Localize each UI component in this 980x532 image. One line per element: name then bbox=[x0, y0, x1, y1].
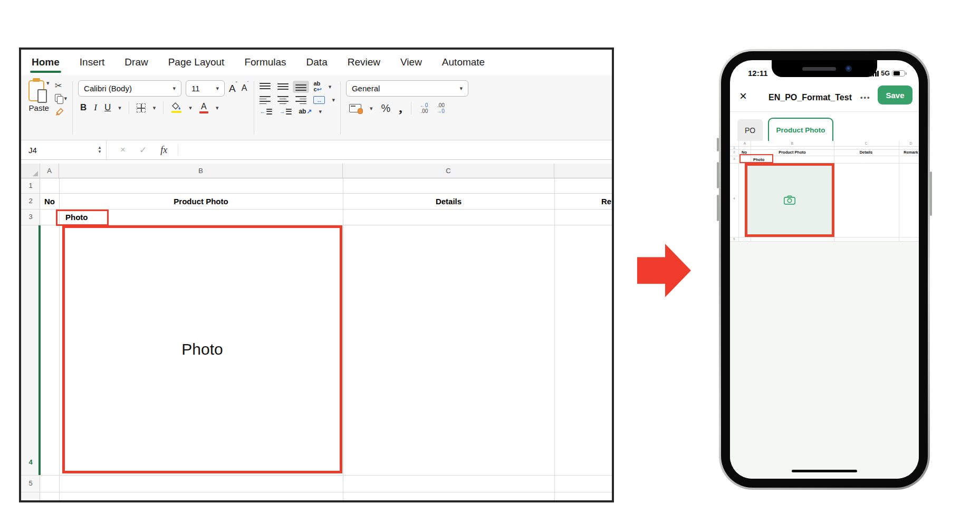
ribbon-tab-draw[interactable]: Draw bbox=[124, 56, 148, 68]
mini-row-4[interactable]: 4 bbox=[730, 197, 738, 200]
mini-row-1[interactable]: 1 bbox=[730, 146, 738, 149]
chevron-down-icon[interactable]: ▾ bbox=[118, 105, 121, 111]
mini-photo-cell-highlight-box[interactable] bbox=[745, 163, 834, 237]
camera-icon[interactable] bbox=[783, 195, 796, 205]
italic-button[interactable]: I bbox=[94, 102, 97, 113]
mini-cell-d2[interactable]: Remark bbox=[904, 150, 918, 155]
name-box[interactable]: J4 ▲ ▼ bbox=[21, 140, 107, 159]
cell-c2[interactable]: Details bbox=[343, 197, 554, 206]
accounting-format-icon[interactable] bbox=[349, 104, 361, 112]
chevron-down-icon[interactable]: ▾ bbox=[64, 96, 68, 101]
ribbon-tab-view[interactable]: View bbox=[400, 56, 422, 68]
decrease-font-size-button[interactable]: Aˇ bbox=[242, 84, 249, 92]
group-divider bbox=[72, 81, 73, 135]
row-header-2[interactable]: 2 bbox=[21, 197, 40, 205]
cell-b2[interactable]: Product Photo bbox=[59, 197, 343, 206]
chevron-down-icon[interactable]: ▾ bbox=[153, 105, 156, 111]
align-top-icon[interactable] bbox=[260, 83, 271, 91]
name-box-spinner[interactable]: ▲ ▼ bbox=[98, 146, 102, 154]
copy-icon[interactable] bbox=[55, 94, 63, 103]
ribbon-tab-insert[interactable]: Insert bbox=[80, 56, 105, 68]
alignment-group: ab c↩ ▾ ↔ ▾ ← → bbox=[260, 79, 335, 137]
borders-icon[interactable] bbox=[137, 103, 146, 112]
cut-icon[interactable]: ✂ bbox=[55, 81, 68, 90]
spinner-down-icon[interactable]: ▼ bbox=[98, 150, 102, 154]
align-bottom-selected[interactable] bbox=[293, 81, 309, 93]
underline-button[interactable]: U bbox=[104, 102, 111, 113]
cell-d2-clipped[interactable]: Re bbox=[601, 197, 611, 206]
mini-column-header-d[interactable]: D bbox=[910, 141, 912, 146]
divider bbox=[129, 101, 129, 114]
chevron-down-icon[interactable]: ▾ bbox=[329, 84, 332, 90]
text-orientation-icon[interactable]: ab↗ bbox=[299, 108, 312, 115]
select-all-corner[interactable] bbox=[21, 164, 40, 178]
confirm-icon[interactable]: ✓ bbox=[139, 145, 147, 156]
column-header-d-clipped[interactable] bbox=[554, 164, 612, 178]
ribbon-tab-bar: Home Insert Draw Page Layout Formulas Da… bbox=[21, 50, 612, 75]
mini-row-5[interactable]: 5 bbox=[730, 238, 738, 241]
increase-decimal-icon[interactable]: ←0.00 bbox=[420, 102, 428, 115]
bold-button[interactable]: B bbox=[80, 102, 87, 113]
ribbon-tab-home[interactable]: Home bbox=[32, 56, 60, 68]
paste-button[interactable]: ▾ Paste bbox=[28, 80, 50, 112]
home-indicator[interactable] bbox=[792, 470, 857, 472]
mini-cell-b2[interactable]: Product Photo bbox=[779, 150, 806, 155]
chevron-down-icon[interactable]: ▾ bbox=[216, 105, 219, 111]
font-size-combo[interactable]: 11 ▾ bbox=[186, 80, 225, 97]
column-header-a[interactable]: A bbox=[40, 164, 59, 178]
chevron-down-icon[interactable]: ▾ bbox=[46, 80, 50, 86]
sheet-tab-product-photo[interactable]: Product Photo bbox=[768, 118, 833, 141]
mini-row-2[interactable]: 2 bbox=[730, 150, 738, 154]
mini-column-header-c[interactable]: C bbox=[865, 141, 868, 146]
ribbon-tab-data[interactable]: Data bbox=[306, 56, 328, 68]
align-middle-icon[interactable] bbox=[277, 83, 289, 91]
row-header-4[interactable]: 4 bbox=[21, 458, 40, 466]
decrease-decimal-icon[interactable]: .00→0 bbox=[436, 102, 445, 115]
paste-label: Paste bbox=[29, 103, 49, 112]
merge-center-icon[interactable]: ↔ bbox=[313, 96, 325, 104]
ribbon-tab-page-layout[interactable]: Page Layout bbox=[168, 56, 225, 68]
close-icon[interactable]: × bbox=[739, 90, 747, 102]
column-header-c[interactable]: C bbox=[343, 164, 554, 178]
fill-color-button[interactable] bbox=[171, 102, 181, 113]
mini-row-3[interactable]: 3 bbox=[730, 157, 738, 160]
column-header-b[interactable]: B bbox=[59, 164, 343, 178]
phone-frame: 12:11 5G × EN_PO_Format_Test ••• Save PO bbox=[719, 49, 930, 490]
gridline bbox=[343, 178, 343, 500]
align-right-icon[interactable] bbox=[295, 96, 306, 104]
percent-style-icon[interactable]: % bbox=[381, 102, 390, 115]
notch bbox=[772, 60, 877, 77]
more-icon[interactable]: ••• bbox=[860, 93, 871, 101]
cell-b4-photo-text[interactable]: Photo bbox=[181, 340, 223, 358]
increase-indent-icon[interactable]: → bbox=[279, 108, 292, 115]
number-format-combo[interactable]: General ▾ bbox=[346, 80, 468, 97]
sheet-tab-po[interactable]: PO bbox=[737, 119, 763, 141]
ribbon-tab-automate[interactable]: Automate bbox=[442, 56, 485, 68]
cell-a2[interactable]: No bbox=[40, 197, 59, 206]
increase-font-size-button[interactable]: Aˆ bbox=[229, 83, 237, 93]
ribbon-tab-review[interactable]: Review bbox=[348, 56, 380, 68]
cancel-icon[interactable]: × bbox=[120, 145, 126, 155]
row-header-5[interactable]: 5 bbox=[21, 479, 40, 487]
align-left-icon[interactable] bbox=[260, 96, 271, 104]
row-header-1[interactable]: 1 bbox=[21, 182, 40, 189]
chevron-down-icon[interactable]: ▾ bbox=[189, 105, 192, 111]
mini-cell-c2[interactable]: Details bbox=[860, 150, 873, 155]
chevron-down-icon[interactable]: ▾ bbox=[319, 109, 322, 115]
fx-icon[interactable]: fx bbox=[160, 145, 167, 156]
font-color-button[interactable]: A bbox=[199, 102, 208, 113]
font-name-combo[interactable]: Calibri (Body) ▾ bbox=[78, 80, 181, 97]
row-header-3[interactable]: 3 bbox=[21, 213, 40, 221]
chevron-down-icon[interactable]: ▾ bbox=[370, 106, 373, 111]
decrease-indent-icon[interactable]: ← bbox=[260, 108, 272, 115]
ribbon-tab-formulas[interactable]: Formulas bbox=[244, 56, 286, 68]
format-painter-icon[interactable] bbox=[55, 107, 65, 117]
align-center-icon[interactable] bbox=[277, 96, 289, 104]
fill-bucket-icon bbox=[171, 102, 181, 110]
wrap-text-icon[interactable]: ab c↩ bbox=[313, 81, 321, 92]
mini-column-header-a[interactable]: A bbox=[744, 141, 746, 146]
save-button[interactable]: Save bbox=[878, 86, 912, 104]
chevron-down-icon[interactable]: ▾ bbox=[332, 97, 335, 103]
comma-style-icon[interactable]: , bbox=[399, 104, 402, 112]
mini-column-header-b[interactable]: B bbox=[791, 141, 793, 146]
